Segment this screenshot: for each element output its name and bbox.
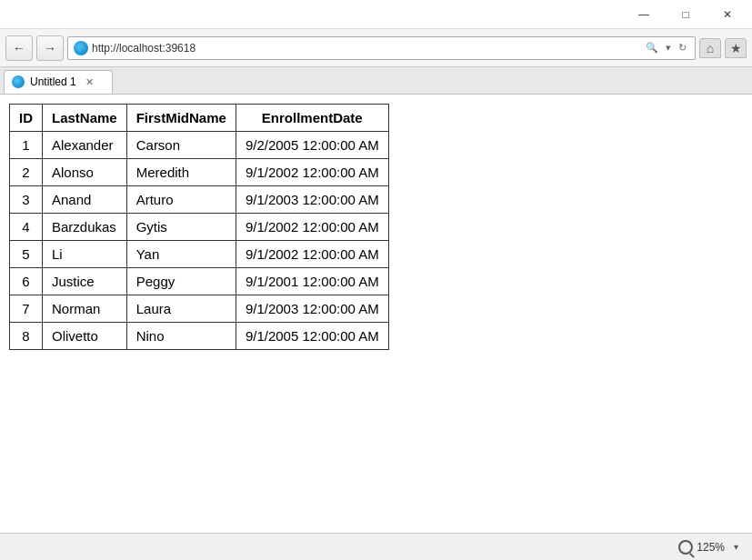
- address-dropdown[interactable]: ▾: [663, 41, 674, 55]
- home-button[interactable]: ⌂: [699, 38, 721, 58]
- cell-id: 2: [10, 159, 43, 186]
- table-header: ID LastName FirstMidName EnrollmentDate: [10, 105, 389, 132]
- refresh-icon[interactable]: ↻: [676, 41, 689, 55]
- cell-lastname: Alonso: [43, 159, 127, 186]
- back-button[interactable]: ←: [5, 35, 33, 61]
- title-bar: — □ ✕: [0, 0, 752, 29]
- cell-firstname: Meredith: [126, 159, 236, 186]
- maximize-button[interactable]: □: [665, 0, 707, 29]
- cell-id: 5: [10, 241, 43, 268]
- cell-id: 1: [10, 132, 43, 159]
- cell-id: 8: [10, 323, 43, 350]
- minimize-button[interactable]: —: [623, 0, 665, 29]
- cell-date: 9/1/2005 12:00:00 AM: [236, 323, 388, 350]
- close-button[interactable]: ✕: [707, 0, 748, 29]
- zoom-dropdown[interactable]: ▾: [728, 540, 743, 555]
- table-row: 6JusticePeggy9/1/2001 12:00:00 AM: [10, 268, 389, 295]
- cell-date: 9/2/2005 12:00:00 AM: [236, 132, 388, 159]
- cell-firstname: Yan: [126, 241, 236, 268]
- cell-date: 9/1/2003 12:00:00 AM: [236, 295, 388, 323]
- cell-date: 9/1/2002 12:00:00 AM: [236, 159, 388, 186]
- cell-id: 4: [10, 214, 43, 241]
- cell-firstname: Carson: [126, 132, 236, 159]
- search-icon[interactable]: 🔍: [643, 41, 661, 55]
- cell-firstname: Arturo: [126, 186, 236, 214]
- nav-bar: ← → http://localhost:39618 🔍 ▾ ↻ ⌂ ★: [0, 29, 752, 67]
- favorites-button[interactable]: ★: [725, 38, 747, 58]
- header-enrollmentdate: EnrollmentDate: [236, 105, 388, 132]
- cell-lastname: Anand: [43, 186, 127, 214]
- tab-title: Untitled 1: [30, 75, 76, 88]
- header-row: ID LastName FirstMidName EnrollmentDate: [10, 105, 389, 132]
- header-firstmidname: FirstMidName: [126, 105, 236, 132]
- table-row: 7NormanLaura9/1/2003 12:00:00 AM: [10, 295, 389, 323]
- header-lastname: LastName: [43, 105, 127, 132]
- browser-icon: [74, 41, 88, 55]
- cell-id: 7: [10, 295, 43, 323]
- table-row: 8OlivettoNino9/1/2005 12:00:00 AM: [10, 323, 389, 350]
- table-row: 1AlexanderCarson9/2/2005 12:00:00 AM: [10, 132, 389, 159]
- tab-bar: Untitled 1 ✕: [0, 67, 752, 95]
- address-text: http://localhost:39618: [92, 42, 639, 55]
- tab-ie-icon: [12, 75, 25, 88]
- cell-lastname: Justice: [43, 268, 127, 295]
- zoom-icon: [678, 540, 693, 555]
- cell-firstname: Laura: [126, 295, 236, 323]
- cell-date: 9/1/2002 12:00:00 AM: [236, 241, 388, 268]
- cell-firstname: Gytis: [126, 214, 236, 241]
- forward-button[interactable]: →: [36, 35, 64, 61]
- cell-date: 9/1/2002 12:00:00 AM: [236, 214, 388, 241]
- table-row: 5LiYan9/1/2002 12:00:00 AM: [10, 241, 389, 268]
- cell-firstname: Nino: [126, 323, 236, 350]
- cell-date: 9/1/2003 12:00:00 AM: [236, 186, 388, 214]
- table-row: 3AnandArturo9/1/2003 12:00:00 AM: [10, 186, 389, 214]
- address-actions: 🔍 ▾ ↻: [643, 41, 689, 55]
- table-body: 1AlexanderCarson9/2/2005 12:00:00 AM2Alo…: [10, 132, 389, 350]
- zoom-level: 125%: [697, 541, 725, 554]
- tab-close-button[interactable]: ✕: [85, 76, 94, 88]
- content-area: ID LastName FirstMidName EnrollmentDate …: [0, 95, 752, 533]
- cell-lastname: Norman: [43, 295, 127, 323]
- cell-lastname: Li: [43, 241, 127, 268]
- cell-lastname: Alexander: [43, 132, 127, 159]
- status-bar: 125% ▾: [0, 533, 752, 560]
- cell-lastname: Olivetto: [43, 323, 127, 350]
- table-row: 4BarzdukasGytis9/1/2002 12:00:00 AM: [10, 214, 389, 241]
- cell-id: 6: [10, 268, 43, 295]
- browser-tab[interactable]: Untitled 1 ✕: [4, 70, 113, 94]
- table-row: 2AlonsoMeredith9/1/2002 12:00:00 AM: [10, 159, 389, 186]
- data-table: ID LastName FirstMidName EnrollmentDate …: [9, 104, 389, 350]
- cell-lastname: Barzdukas: [43, 214, 127, 241]
- cell-firstname: Peggy: [126, 268, 236, 295]
- cell-date: 9/1/2001 12:00:00 AM: [236, 268, 388, 295]
- cell-id: 3: [10, 186, 43, 214]
- address-bar[interactable]: http://localhost:39618 🔍 ▾ ↻: [67, 36, 696, 60]
- header-id: ID: [10, 105, 43, 132]
